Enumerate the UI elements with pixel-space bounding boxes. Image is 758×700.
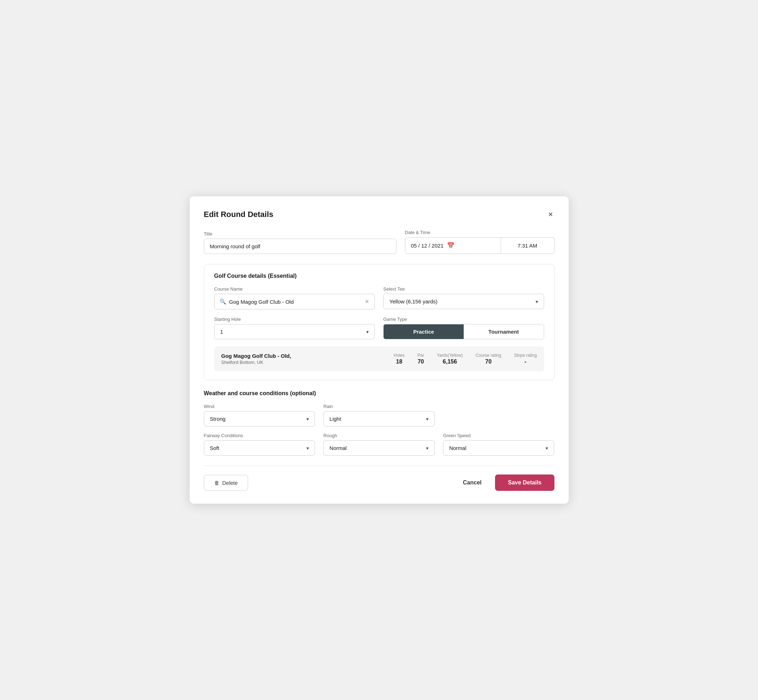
date-value: 05 / 12 / 2021 bbox=[411, 242, 444, 248]
course-tee-row: Course Name 🔍 ✕ Select Tee Yellow (6,156… bbox=[214, 286, 544, 309]
stat-course-rating: Course rating 70 bbox=[475, 353, 501, 365]
yards-value: 6,156 bbox=[443, 359, 457, 365]
chevron-down-icon-rough: ▾ bbox=[426, 445, 429, 451]
chevron-down-icon-green: ▾ bbox=[545, 445, 548, 451]
calendar-icon: 📅 bbox=[447, 242, 454, 249]
chevron-down-icon-wind: ▾ bbox=[306, 416, 309, 422]
conditions-title: Weather and course conditions (optional) bbox=[204, 390, 554, 397]
footer-row: 🗑 Delete Cancel Save Details bbox=[204, 475, 554, 491]
wind-value: Strong bbox=[210, 416, 226, 422]
stat-par: Par 70 bbox=[417, 353, 424, 365]
clear-icon[interactable]: ✕ bbox=[365, 298, 370, 305]
fairway-rough-green-row: Fairway Conditions Soft ▾ Rough Normal ▾… bbox=[204, 433, 554, 456]
chevron-down-icon-hole: ▾ bbox=[366, 329, 369, 335]
footer-right: Cancel Save Details bbox=[457, 475, 554, 491]
stat-yards: Yards(Yellow) 6,156 bbox=[437, 353, 463, 365]
course-name-label: Course Name bbox=[214, 286, 375, 292]
course-info-location: Shelford Bottom, UK bbox=[221, 359, 394, 365]
course-rating-label: Course rating bbox=[475, 353, 501, 358]
starting-hole-label: Starting Hole bbox=[214, 317, 375, 322]
edit-round-modal: Edit Round Details × Title Date & Time 0… bbox=[190, 196, 568, 504]
modal-title: Edit Round Details bbox=[204, 210, 274, 219]
chevron-down-icon-rain: ▾ bbox=[426, 416, 429, 422]
rough-dropdown[interactable]: Normal ▾ bbox=[324, 441, 434, 456]
select-tee-group: Select Tee Yellow (6,156 yards) ▾ bbox=[383, 286, 544, 309]
course-section: Golf Course details (Essential) Course N… bbox=[204, 264, 554, 380]
green-speed-value: Normal bbox=[449, 445, 466, 451]
chevron-down-icon-fairway: ▾ bbox=[306, 445, 309, 451]
holes-value: 18 bbox=[396, 359, 402, 365]
game-type-group: Game Type Practice Tournament bbox=[383, 317, 544, 339]
rough-group: Rough Normal ▾ bbox=[324, 433, 434, 456]
holes-label: Holes bbox=[393, 353, 405, 358]
green-speed-group: Green Speed Normal ▾ bbox=[443, 433, 554, 456]
time-input[interactable]: 7:31 AM bbox=[501, 237, 554, 254]
stat-holes: Holes 18 bbox=[393, 353, 405, 365]
slope-rating-value: - bbox=[525, 359, 526, 365]
course-info-box: Gog Magog Golf Club - Old, Shelford Bott… bbox=[214, 347, 544, 371]
practice-button[interactable]: Practice bbox=[384, 324, 464, 339]
course-info-name: Gog Magog Golf Club - Old, Shelford Bott… bbox=[221, 353, 394, 365]
game-type-toggle: Practice Tournament bbox=[383, 324, 544, 339]
game-type-label: Game Type bbox=[383, 317, 544, 322]
course-stats: Holes 18 Par 70 Yards(Yellow) 6,156 Cour… bbox=[393, 353, 537, 365]
fairway-dropdown[interactable]: Soft ▾ bbox=[204, 441, 315, 456]
wind-group: Wind Strong ▾ bbox=[204, 404, 315, 427]
rain-value: Light bbox=[329, 416, 341, 422]
close-button[interactable]: × bbox=[547, 209, 554, 220]
green-speed-label: Green Speed bbox=[443, 433, 554, 438]
delete-label: Delete bbox=[222, 480, 238, 486]
fairway-label: Fairway Conditions bbox=[204, 433, 315, 438]
starting-hole-dropdown[interactable]: 1 ▾ bbox=[214, 324, 375, 339]
course-name-group: Course Name 🔍 ✕ bbox=[214, 286, 375, 309]
date-time-field-group: Date & Time 05 / 12 / 2021 📅 7:31 AM bbox=[405, 230, 554, 254]
trash-icon: 🗑 bbox=[214, 480, 219, 486]
rain-group: Rain Light ▾ bbox=[324, 404, 434, 427]
starting-hole-value: 1 bbox=[220, 329, 223, 335]
course-section-title: Golf Course details (Essential) bbox=[214, 273, 544, 279]
wind-dropdown[interactable]: Strong ▾ bbox=[204, 411, 315, 427]
course-name-input[interactable]: 🔍 ✕ bbox=[214, 294, 375, 309]
slope-rating-label: Slope rating bbox=[514, 353, 537, 358]
top-row: Title Date & Time 05 / 12 / 2021 📅 7:31 … bbox=[204, 230, 554, 254]
rain-label: Rain bbox=[324, 404, 434, 409]
rough-value: Normal bbox=[329, 445, 347, 451]
starting-hole-group: Starting Hole 1 ▾ bbox=[214, 317, 375, 339]
select-tee-value: Yellow (6,156 yards) bbox=[389, 298, 437, 305]
course-name-text-input[interactable] bbox=[229, 299, 362, 305]
select-tee-dropdown[interactable]: Yellow (6,156 yards) ▾ bbox=[383, 294, 544, 309]
wind-rain-row: Wind Strong ▾ Rain Light ▾ bbox=[204, 404, 554, 427]
tournament-button[interactable]: Tournament bbox=[464, 324, 544, 339]
green-speed-dropdown[interactable]: Normal ▾ bbox=[443, 441, 554, 456]
par-label: Par bbox=[417, 353, 424, 358]
course-rating-value: 70 bbox=[485, 359, 492, 365]
wind-label: Wind bbox=[204, 404, 315, 409]
hole-gametype-row: Starting Hole 1 ▾ Game Type Practice Tou… bbox=[214, 317, 544, 339]
title-label: Title bbox=[204, 231, 396, 236]
fairway-group: Fairway Conditions Soft ▾ bbox=[204, 433, 315, 456]
modal-header: Edit Round Details × bbox=[204, 209, 554, 220]
rough-label: Rough bbox=[324, 433, 434, 438]
footer-divider bbox=[204, 466, 554, 466]
yards-label: Yards(Yellow) bbox=[437, 353, 463, 358]
date-time-label: Date & Time bbox=[405, 230, 554, 235]
search-icon: 🔍 bbox=[219, 298, 226, 305]
conditions-section: Weather and course conditions (optional)… bbox=[204, 390, 554, 456]
par-value: 70 bbox=[417, 359, 424, 365]
chevron-down-icon: ▾ bbox=[536, 299, 538, 305]
time-value: 7:31 AM bbox=[517, 242, 537, 248]
stat-slope-rating: Slope rating - bbox=[514, 353, 537, 365]
cancel-button[interactable]: Cancel bbox=[457, 475, 488, 491]
delete-button[interactable]: 🗑 Delete bbox=[204, 475, 248, 491]
title-input[interactable] bbox=[204, 239, 396, 254]
course-info-name-text: Gog Magog Golf Club - Old, bbox=[221, 353, 394, 359]
title-field-group: Title bbox=[204, 231, 396, 254]
date-time-row: 05 / 12 / 2021 📅 7:31 AM bbox=[405, 237, 554, 254]
select-tee-label: Select Tee bbox=[383, 286, 544, 292]
date-input[interactable]: 05 / 12 / 2021 📅 bbox=[405, 237, 501, 254]
save-button[interactable]: Save Details bbox=[495, 475, 554, 491]
fairway-value: Soft bbox=[210, 445, 219, 451]
rain-dropdown[interactable]: Light ▾ bbox=[324, 411, 434, 427]
